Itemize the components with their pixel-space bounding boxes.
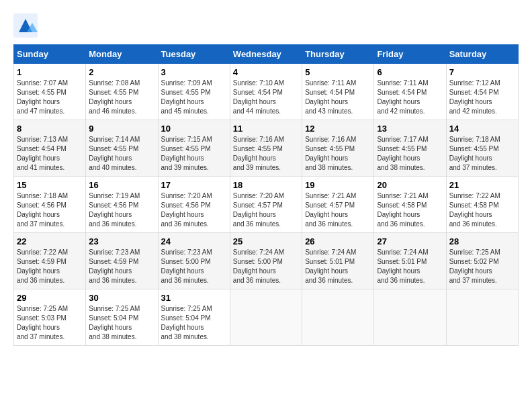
day-info: Sunrise: 7:25 AMSunset: 5:04 PMDaylight …	[89, 305, 140, 340]
day-number: 17	[161, 180, 227, 190]
day-number: 7	[449, 67, 515, 77]
day-number: 29	[17, 293, 83, 303]
calendar-cell: 2 Sunrise: 7:08 AMSunset: 4:55 PMDayligh…	[86, 64, 158, 120]
day-number: 9	[89, 124, 154, 134]
day-number: 14	[449, 124, 515, 134]
day-info: Sunrise: 7:19 AMSunset: 4:56 PMDaylight …	[89, 192, 140, 228]
day-info: Sunrise: 7:25 AMSunset: 5:03 PMDaylight …	[17, 305, 68, 340]
calendar-cell: 28 Sunrise: 7:25 AMSunset: 5:02 PMDaylig…	[446, 233, 518, 289]
calendar-cell: 21 Sunrise: 7:22 AMSunset: 4:58 PMDaylig…	[446, 177, 518, 233]
day-info: Sunrise: 7:15 AMSunset: 4:55 PMDaylight …	[161, 136, 212, 171]
day-number: 11	[233, 124, 299, 134]
day-info: Sunrise: 7:08 AMSunset: 4:55 PMDaylight …	[89, 79, 140, 115]
calendar-cell: 26 Sunrise: 7:24 AMSunset: 5:01 PMDaylig…	[302, 233, 374, 289]
calendar-cell: 25 Sunrise: 7:24 AMSunset: 5:00 PMDaylig…	[230, 233, 302, 289]
calendar-cell: 5 Sunrise: 7:11 AMSunset: 4:54 PMDayligh…	[302, 64, 374, 120]
calendar-cell: 16 Sunrise: 7:19 AMSunset: 4:56 PMDaylig…	[86, 177, 158, 233]
day-info: Sunrise: 7:18 AMSunset: 4:56 PMDaylight …	[17, 192, 68, 228]
day-info: Sunrise: 7:23 AMSunset: 4:59 PMDaylight …	[89, 248, 140, 284]
calendar-cell: 19 Sunrise: 7:21 AMSunset: 4:57 PMDaylig…	[302, 177, 374, 233]
calendar-cell: 17 Sunrise: 7:20 AMSunset: 4:56 PMDaylig…	[158, 177, 230, 233]
calendar-cell	[302, 289, 374, 346]
day-info: Sunrise: 7:24 AMSunset: 5:01 PMDaylight …	[377, 248, 428, 284]
calendar-cell: 12 Sunrise: 7:16 AMSunset: 4:55 PMDaylig…	[302, 120, 374, 177]
day-info: Sunrise: 7:17 AMSunset: 4:55 PMDaylight …	[377, 136, 428, 171]
calendar-cell: 9 Sunrise: 7:14 AMSunset: 4:55 PMDayligh…	[86, 120, 158, 177]
day-number: 16	[89, 180, 154, 190]
day-number: 15	[17, 180, 83, 190]
day-number: 30	[89, 293, 154, 303]
day-info: Sunrise: 7:22 AMSunset: 4:58 PMDaylight …	[449, 192, 500, 228]
weekday-header-thursday: Thursday	[302, 45, 374, 64]
calendar-cell: 31 Sunrise: 7:25 AMSunset: 5:04 PMDaylig…	[158, 289, 230, 346]
day-info: Sunrise: 7:22 AMSunset: 4:59 PMDaylight …	[17, 248, 68, 284]
day-info: Sunrise: 7:25 AMSunset: 5:02 PMDaylight …	[449, 248, 500, 284]
day-number: 31	[161, 293, 227, 303]
day-info: Sunrise: 7:12 AMSunset: 4:54 PMDaylight …	[449, 79, 500, 115]
weekday-header-wednesday: Wednesday	[230, 45, 302, 64]
calendar-table: SundayMondayTuesdayWednesdayThursdayFrid…	[13, 44, 519, 346]
day-info: Sunrise: 7:21 AMSunset: 4:58 PMDaylight …	[377, 192, 428, 228]
day-number: 5	[305, 67, 371, 77]
day-number: 13	[377, 124, 443, 134]
calendar-cell: 11 Sunrise: 7:16 AMSunset: 4:55 PMDaylig…	[230, 120, 302, 177]
calendar-cell: 1 Sunrise: 7:07 AMSunset: 4:55 PMDayligh…	[14, 64, 86, 120]
day-number: 26	[305, 236, 371, 246]
calendar-cell: 7 Sunrise: 7:12 AMSunset: 4:54 PMDayligh…	[446, 64, 518, 120]
day-number: 12	[305, 124, 371, 134]
weekday-header-monday: Monday	[86, 45, 158, 64]
weekday-header-row: SundayMondayTuesdayWednesdayThursdayFrid…	[14, 45, 519, 64]
calendar-cell: 8 Sunrise: 7:13 AMSunset: 4:54 PMDayligh…	[14, 120, 86, 177]
day-number: 24	[161, 236, 227, 246]
calendar-cell: 14 Sunrise: 7:18 AMSunset: 4:55 PMDaylig…	[446, 120, 518, 177]
day-info: Sunrise: 7:07 AMSunset: 4:55 PMDaylight …	[17, 79, 68, 115]
calendar-cell: 30 Sunrise: 7:25 AMSunset: 5:04 PMDaylig…	[86, 289, 158, 346]
calendar-cell: 23 Sunrise: 7:23 AMSunset: 4:59 PMDaylig…	[86, 233, 158, 289]
calendar-cell: 13 Sunrise: 7:17 AMSunset: 4:55 PMDaylig…	[374, 120, 446, 177]
weekday-header-sunday: Sunday	[14, 45, 86, 64]
day-info: Sunrise: 7:24 AMSunset: 5:01 PMDaylight …	[305, 248, 356, 284]
calendar-cell: 24 Sunrise: 7:23 AMSunset: 5:00 PMDaylig…	[158, 233, 230, 289]
day-info: Sunrise: 7:18 AMSunset: 4:55 PMDaylight …	[449, 136, 500, 171]
day-number: 20	[377, 180, 443, 190]
day-number: 19	[305, 180, 371, 190]
day-info: Sunrise: 7:25 AMSunset: 5:04 PMDaylight …	[161, 305, 212, 340]
day-number: 8	[17, 124, 83, 134]
calendar-cell: 4 Sunrise: 7:10 AMSunset: 4:54 PMDayligh…	[230, 64, 302, 120]
day-info: Sunrise: 7:11 AMSunset: 4:54 PMDaylight …	[305, 79, 356, 115]
day-number: 6	[377, 67, 443, 77]
calendar-week-row: 8 Sunrise: 7:13 AMSunset: 4:54 PMDayligh…	[14, 120, 519, 177]
calendar-cell: 10 Sunrise: 7:15 AMSunset: 4:55 PMDaylig…	[158, 120, 230, 177]
day-info: Sunrise: 7:16 AMSunset: 4:55 PMDaylight …	[305, 136, 356, 171]
page-header	[13, 13, 519, 38]
calendar-cell: 15 Sunrise: 7:18 AMSunset: 4:56 PMDaylig…	[14, 177, 86, 233]
calendar-cell: 29 Sunrise: 7:25 AMSunset: 5:03 PMDaylig…	[14, 289, 86, 346]
calendar-week-row: 15 Sunrise: 7:18 AMSunset: 4:56 PMDaylig…	[14, 177, 519, 233]
day-number: 27	[377, 236, 443, 246]
calendar-cell: 20 Sunrise: 7:21 AMSunset: 4:58 PMDaylig…	[374, 177, 446, 233]
weekday-header-tuesday: Tuesday	[158, 45, 230, 64]
logo	[13, 13, 40, 38]
day-number: 22	[17, 236, 83, 246]
calendar-week-row: 29 Sunrise: 7:25 AMSunset: 5:03 PMDaylig…	[14, 289, 519, 346]
calendar-cell	[374, 289, 446, 346]
calendar-cell	[446, 289, 518, 346]
day-number: 10	[161, 124, 227, 134]
day-number: 21	[449, 180, 515, 190]
logo-icon	[13, 13, 38, 38]
weekday-header-friday: Friday	[374, 45, 446, 64]
calendar-cell: 22 Sunrise: 7:22 AMSunset: 4:59 PMDaylig…	[14, 233, 86, 289]
calendar-cell: 27 Sunrise: 7:24 AMSunset: 5:01 PMDaylig…	[374, 233, 446, 289]
day-number: 2	[89, 67, 154, 77]
day-number: 28	[449, 236, 515, 246]
day-info: Sunrise: 7:21 AMSunset: 4:57 PMDaylight …	[305, 192, 356, 228]
day-number: 3	[161, 67, 227, 77]
day-info: Sunrise: 7:13 AMSunset: 4:54 PMDaylight …	[17, 136, 68, 171]
day-number: 23	[89, 236, 154, 246]
day-number: 4	[233, 67, 299, 77]
day-info: Sunrise: 7:20 AMSunset: 4:57 PMDaylight …	[233, 192, 284, 228]
day-number: 1	[17, 67, 83, 77]
day-info: Sunrise: 7:23 AMSunset: 5:00 PMDaylight …	[161, 248, 212, 284]
weekday-header-saturday: Saturday	[446, 45, 518, 64]
calendar-cell: 18 Sunrise: 7:20 AMSunset: 4:57 PMDaylig…	[230, 177, 302, 233]
